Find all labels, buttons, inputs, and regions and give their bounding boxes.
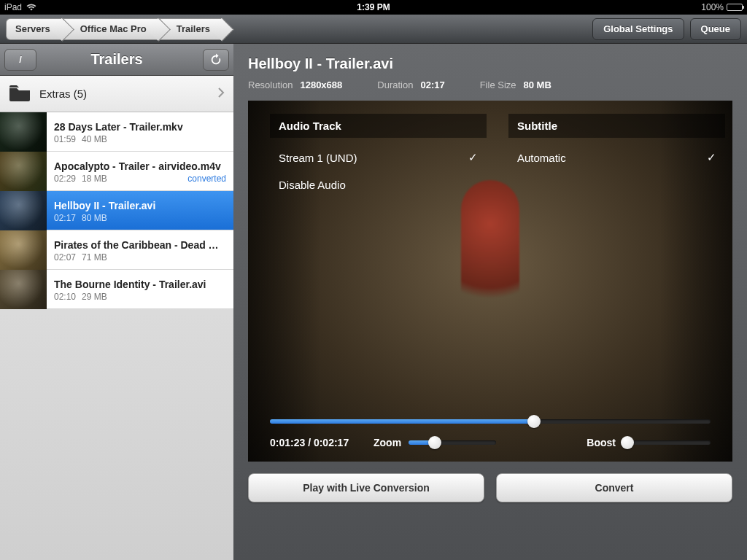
subtitle-option[interactable]: Automatic✓	[517, 144, 716, 171]
subtitle-panel: Subtitle Automatic✓	[508, 114, 725, 198]
battery-percent: 100%	[701, 2, 724, 12]
breadcrumb: Servers Office Mac Pro Trailers	[6, 18, 223, 40]
file-row[interactable]: Apocalypto - Trailer - airvideo.m4v02:29…	[0, 152, 233, 191]
file-duration: 02:17	[54, 213, 76, 223]
file-row[interactable]: The Bourne Identity - Trailer.avi02:1029…	[0, 270, 233, 309]
file-thumbnail	[0, 191, 47, 230]
video-title: Hellboy II - Trailer.avi	[248, 55, 732, 72]
slider-knob[interactable]	[527, 415, 541, 428]
zoom-slider[interactable]: Zoom	[374, 437, 496, 448]
crumb-label: Office Mac Pro	[80, 23, 147, 34]
folder-label: Extras (5)	[39, 88, 209, 100]
slider-knob[interactable]	[621, 436, 634, 449]
subtitle-header: Subtitle	[508, 114, 725, 138]
file-size: 80 MB	[82, 213, 107, 223]
file-name: 28 Days Later - Trailer.mkv	[54, 121, 226, 133]
button-label: Queue	[701, 23, 730, 34]
detail-panel: Hellboy II - Trailer.avi Resolution1280x…	[233, 44, 747, 560]
crumb-server[interactable]: Office Mac Pro	[63, 18, 160, 40]
boost-label: Boost	[587, 437, 616, 448]
battery-icon	[727, 4, 743, 11]
boost-slider[interactable]: Boost	[587, 437, 711, 448]
chevron-right-icon	[217, 88, 225, 101]
audio-track-header: Audio Track	[270, 114, 487, 138]
sidebar: / Trailers Extras (5) 28 Days Later - Tr…	[0, 44, 233, 560]
check-icon: ✓	[468, 151, 478, 164]
file-name: Pirates of the Caribbean - Dead Man's…	[54, 239, 226, 251]
file-list: 28 Days Later - Trailer.mkv01:5940 MBApo…	[0, 112, 233, 309]
file-row[interactable]: Pirates of the Caribbean - Dead Man's…02…	[0, 230, 233, 270]
wifi-icon	[26, 3, 36, 12]
crumb-label: Trailers	[177, 23, 210, 34]
video-player[interactable]: Audio Track Stream 1 (UND)✓Disable Audio…	[248, 101, 732, 462]
audio-option[interactable]: Stream 1 (UND)✓	[279, 144, 478, 171]
track-selection-overlay: Audio Track Stream 1 (UND)✓Disable Audio…	[270, 114, 725, 198]
duration-label: Duration	[377, 79, 413, 90]
file-thumbnail	[0, 112, 47, 152]
file-size: 40 MB	[82, 134, 107, 144]
back-label: /	[19, 54, 22, 65]
file-name: Hellboy II - Trailer.avi	[54, 200, 226, 211]
file-size: 71 MB	[82, 252, 107, 262]
file-badge: converted	[187, 174, 226, 184]
file-row[interactable]: Hellboy II - Trailer.avi02:1780 MB	[0, 191, 233, 230]
folder-row[interactable]: Extras (5)	[0, 76, 233, 112]
refresh-icon	[209, 53, 222, 66]
file-name: Apocalypto - Trailer - airvideo.m4v	[54, 160, 226, 172]
device-label: iPad	[4, 2, 22, 12]
video-meta: Resolution1280x688 Duration02:17 File Si…	[248, 79, 732, 90]
file-duration: 02:29	[54, 174, 76, 184]
refresh-button[interactable]	[203, 49, 229, 71]
file-duration: 01:59	[54, 134, 76, 144]
folder-icon	[9, 84, 31, 104]
resolution-value: 1280x688	[300, 79, 342, 90]
clock: 1:39 PM	[357, 2, 390, 12]
file-thumbnail	[0, 230, 47, 270]
audio-option[interactable]: Disable Audio	[279, 171, 478, 198]
zoom-label: Zoom	[374, 437, 401, 448]
file-thumbnail	[0, 270, 47, 309]
sidebar-header: / Trailers	[0, 44, 233, 76]
option-label: Stream 1 (UND)	[279, 152, 357, 164]
play-live-conversion-button[interactable]: Play with Live Conversion	[248, 473, 484, 502]
check-icon: ✓	[707, 151, 716, 164]
file-name: The Bourne Identity - Trailer.avi	[54, 279, 226, 290]
player-controls: 0:01:23 / 0:02:17 Zoom Boost	[270, 415, 711, 448]
crumb-label: Servers	[15, 23, 50, 34]
sidebar-title: Trailers	[90, 51, 142, 68]
top-nav: Servers Office Mac Pro Trailers Global S…	[0, 15, 747, 44]
file-row[interactable]: 28 Days Later - Trailer.mkv01:5940 MB	[0, 112, 233, 152]
filesize-value: 80 MB	[524, 79, 551, 90]
button-label: Play with Live Conversion	[303, 482, 430, 494]
queue-button[interactable]: Queue	[690, 18, 741, 40]
file-duration: 02:07	[54, 252, 76, 262]
resolution-label: Resolution	[248, 79, 293, 90]
option-label: Automatic	[517, 152, 566, 164]
filesize-label: File Size	[480, 79, 516, 90]
option-label: Disable Audio	[279, 179, 346, 191]
crumb-servers[interactable]: Servers	[6, 18, 63, 40]
convert-button[interactable]: Convert	[496, 473, 732, 502]
button-label: Convert	[595, 482, 634, 494]
progress-slider[interactable]	[270, 415, 711, 428]
time-display: 0:01:23 / 0:02:17	[270, 437, 357, 448]
file-duration: 02:10	[54, 292, 76, 302]
status-bar: iPad 1:39 PM 100%	[0, 0, 747, 15]
audio-track-panel: Audio Track Stream 1 (UND)✓Disable Audio	[270, 114, 487, 198]
button-label: Global Settings	[603, 23, 673, 34]
file-size: 18 MB	[82, 174, 107, 184]
global-settings-button[interactable]: Global Settings	[592, 18, 684, 40]
duration-value: 02:17	[420, 79, 444, 90]
file-size: 29 MB	[82, 292, 107, 302]
back-button[interactable]: /	[4, 49, 36, 71]
slider-knob[interactable]	[428, 436, 441, 449]
file-thumbnail	[0, 152, 47, 191]
